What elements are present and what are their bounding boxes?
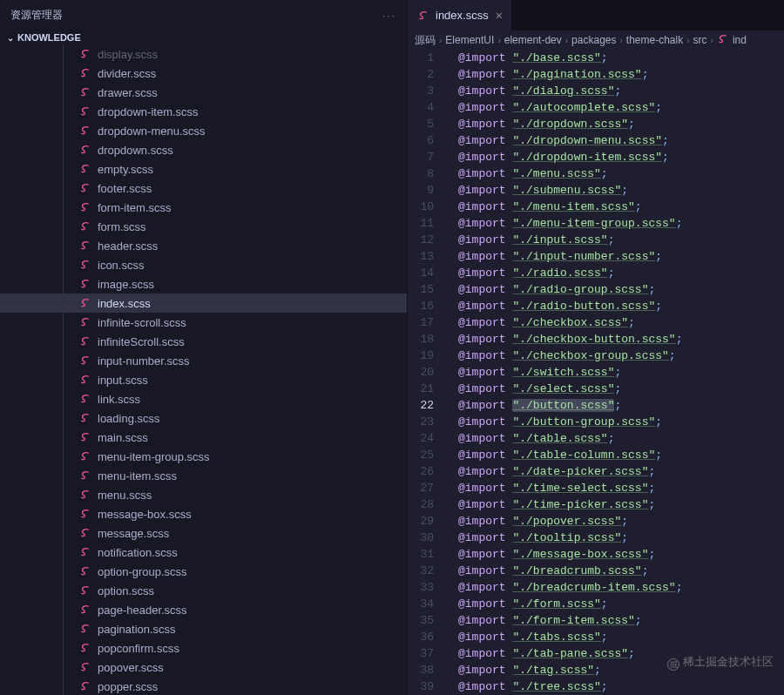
file-row[interactable]: page-header.scss [0, 600, 407, 619]
file-row[interactable]: message.scss [0, 523, 407, 543]
scss-file-icon [78, 296, 92, 310]
file-row[interactable]: dropdown-menu.scss [0, 121, 407, 140]
code-line[interactable]: @import "./tag.scss"; [458, 662, 784, 678]
file-row[interactable]: dropdown-item.scss [0, 102, 407, 121]
file-row[interactable]: header.scss [0, 236, 407, 255]
file-row[interactable]: input-number.scss [0, 351, 407, 370]
code-line[interactable]: @import "./tabs.scss"; [458, 629, 784, 645]
file-row[interactable]: footer.scss [0, 179, 407, 198]
code-line[interactable]: @import "./autocomplete.scss"; [458, 99, 784, 116]
file-row[interactable]: option.scss [0, 581, 407, 600]
file-row[interactable]: index.scss [0, 294, 407, 313]
code-line[interactable]: @import "./form-item.scss"; [458, 612, 784, 629]
breadcrumb[interactable]: 源码›ElementUI›element-dev›packages›theme-… [408, 30, 784, 50]
breadcrumb-item[interactable]: ind [733, 34, 747, 46]
file-row[interactable]: main.scss [0, 428, 407, 447]
code-line[interactable]: @import "./breadcrumb-item.scss"; [458, 579, 784, 596]
code-line[interactable]: @import "./button-group.scss"; [458, 414, 784, 430]
line-number: 34 [408, 596, 434, 612]
code-line[interactable]: @import "./breadcrumb.scss"; [458, 563, 784, 579]
breadcrumb-item[interactable]: 源码 [415, 33, 436, 48]
file-row[interactable]: dropdown.scss [0, 140, 407, 159]
file-row[interactable]: divider.scss [0, 64, 407, 83]
code-line[interactable]: @import "./tab-pane.scss"; [458, 645, 784, 662]
code-line[interactable]: @import "./message-box.scss"; [458, 546, 784, 563]
code-line[interactable]: @import "./checkbox.scss"; [458, 314, 784, 331]
file-row[interactable]: pagination.scss [0, 619, 407, 638]
code-line[interactable]: @import "./checkbox-group.scss"; [458, 348, 784, 364]
file-row[interactable]: notification.scss [0, 543, 407, 562]
code-line[interactable]: @import "./dropdown.scss"; [458, 116, 784, 132]
file-row[interactable]: form-item.scss [0, 198, 407, 217]
code-line[interactable]: @import "./pagination.scss"; [458, 66, 784, 83]
code-line[interactable]: @import "./time-select.scss"; [458, 480, 784, 496]
code-line[interactable]: @import "./time-picker.scss"; [458, 496, 784, 513]
breadcrumb-item[interactable]: packages [571, 34, 616, 46]
breadcrumb-item[interactable]: ElementUI [445, 34, 494, 46]
line-number: 18 [408, 331, 434, 348]
breadcrumb-item[interactable]: element-dev [504, 34, 562, 46]
file-label: menu-item.scss [98, 469, 177, 482]
line-number: 13 [408, 248, 434, 265]
code-line[interactable]: @import "./date-picker.scss"; [458, 463, 784, 480]
code-line[interactable]: @import "./table.scss"; [458, 430, 784, 447]
file-row[interactable]: input.scss [0, 370, 407, 389]
breadcrumb-item[interactable]: src [693, 34, 707, 46]
code-line[interactable]: @import "./dropdown-menu.scss"; [458, 132, 784, 149]
code-line[interactable]: @import "./menu-item-group.scss"; [458, 215, 784, 232]
line-number: 6 [408, 132, 434, 149]
file-row[interactable]: menu-item.scss [0, 466, 407, 485]
breadcrumb-item[interactable]: theme-chalk [626, 34, 683, 46]
file-row[interactable]: infiniteScroll.scss [0, 332, 407, 351]
code-line[interactable]: @import "./radio-button.scss"; [458, 298, 784, 314]
file-row[interactable]: link.scss [0, 389, 407, 408]
file-label: pagination.scss [98, 623, 176, 636]
code-line[interactable]: @import "./tree.scss"; [458, 678, 784, 695]
code-line[interactable]: @import "./switch.scss"; [458, 364, 784, 381]
more-icon[interactable]: ··· [382, 10, 396, 22]
code-line[interactable]: @import "./input.scss"; [458, 232, 784, 248]
file-row[interactable]: popper.scss [0, 677, 407, 695]
code-line[interactable]: @import "./form.scss"; [458, 596, 784, 612]
code-line[interactable]: @import "./dropdown-item.scss"; [458, 149, 784, 165]
file-row[interactable]: icon.scss [0, 255, 407, 274]
scss-file-icon [78, 392, 92, 406]
file-row[interactable]: empty.scss [0, 159, 407, 179]
file-row[interactable]: menu-item-group.scss [0, 447, 407, 466]
file-row[interactable]: popconfirm.scss [0, 638, 407, 658]
close-icon[interactable]: × [496, 9, 503, 23]
code-line[interactable]: @import "./menu-item.scss"; [458, 199, 784, 215]
file-row[interactable]: popover.scss [0, 658, 407, 677]
code-line[interactable]: @import "./base.scss"; [458, 50, 784, 66]
section-header[interactable]: ⌄ KNOWLEDGE [0, 30, 407, 44]
code-line[interactable]: @import "./checkbox-button.scss"; [458, 331, 784, 348]
code-line[interactable]: @import "./tooltip.scss"; [458, 530, 784, 546]
code-line[interactable]: @import "./radio-group.scss"; [458, 281, 784, 298]
file-row[interactable]: menu.scss [0, 485, 407, 504]
file-row[interactable]: display.scss [0, 44, 407, 64]
code-line[interactable]: @import "./dialog.scss"; [458, 83, 784, 99]
file-row[interactable]: message-box.scss [0, 504, 407, 523]
code-content[interactable]: @import "./base.scss";@import "./paginat… [448, 50, 784, 695]
chevron-right-icon: › [497, 36, 500, 45]
file-tree[interactable]: display.scssdivider.scssdrawer.scssdropd… [0, 44, 407, 695]
line-number: 21 [408, 381, 434, 397]
file-row[interactable]: form.scss [0, 217, 407, 236]
code-line[interactable]: @import "./popover.scss"; [458, 513, 784, 530]
line-number: 31 [408, 546, 434, 563]
file-row[interactable]: loading.scss [0, 408, 407, 428]
tab-index-scss[interactable]: index.scss × [408, 0, 512, 30]
code-line[interactable]: @import "./input-number.scss"; [458, 248, 784, 265]
code-line[interactable]: @import "./menu.scss"; [458, 165, 784, 182]
file-row[interactable]: image.scss [0, 274, 407, 294]
file-row[interactable]: drawer.scss [0, 83, 407, 102]
code-line[interactable]: @import "./button.scss"; [458, 397, 784, 414]
code-line[interactable]: @import "./select.scss"; [458, 381, 784, 397]
file-row[interactable]: option-group.scss [0, 562, 407, 581]
code-line[interactable]: @import "./radio.scss"; [458, 265, 784, 281]
code-line[interactable]: @import "./table-column.scss"; [458, 447, 784, 463]
scss-file-icon [78, 488, 92, 502]
code-area[interactable]: 1234567891011121314151617181920212223242… [408, 50, 784, 695]
code-line[interactable]: @import "./submenu.scss"; [458, 182, 784, 199]
file-row[interactable]: infinite-scroll.scss [0, 313, 407, 332]
